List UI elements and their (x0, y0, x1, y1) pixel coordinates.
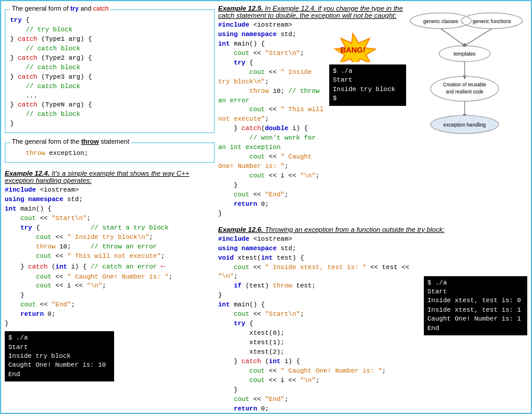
example-125-code: #include <iostream> using namespace std;… (218, 21, 325, 219)
svg-text:exception handling: exception handling (443, 122, 486, 128)
svg-line-5 (465, 29, 492, 46)
svg-text:templates: templates (453, 51, 475, 57)
example-126-section: Example 12.6. Throwing an exception from… (218, 226, 527, 414)
example-124-section: Example 12.4. It's a simple example that… (5, 170, 215, 381)
example-124-code: #include <iostream> using namespace std;… (5, 186, 215, 329)
example-124-title: Example 12.4. It's a simple example that… (5, 170, 215, 184)
box-label-throw: The general form of the throw statement (10, 138, 131, 145)
example-125-terminal: $ ./a Start Inside try block $ (329, 64, 406, 106)
svg-text:BANG!: BANG! (340, 46, 366, 54)
try-catch-form-box: The general form of try and catch try { … (5, 9, 215, 133)
right-panel: generic classes generic functions templa… (218, 5, 527, 414)
example-125-section: Example 12.5. In Example 12.4, if you ch… (218, 5, 406, 219)
example-125-title: Example 12.5. In Example 12.4, if you ch… (218, 5, 406, 19)
diagram-area: generic classes generic functions templa… (406, 8, 524, 144)
example-126-terminal: $ ./a Start Inside xtest, test is: 0 Ins… (424, 276, 527, 335)
example-126-code: #include <iostream> using namespace std;… (218, 235, 418, 414)
box-label-try-catch: The general form of try and catch (10, 5, 111, 12)
example-126-title: Example 12.6. Throwing an exception from… (218, 226, 527, 233)
svg-line-4 (441, 29, 465, 46)
svg-text:generic functions: generic functions (472, 18, 511, 24)
try-catch-code: try { // try block } catch (Type1 arg) {… (10, 16, 209, 129)
left-panel: The general form of try and catch try { … (5, 5, 215, 414)
main-container: The general form of try and catch try { … (1, 1, 531, 413)
content-area: The general form of try and catch try { … (1, 1, 531, 414)
svg-text:and resilient code: and resilient code (446, 89, 484, 95)
throw-form-box: The general form of the throw statement … (5, 143, 215, 163)
svg-text:Creation of reusable: Creation of reusable (443, 82, 486, 88)
throw-code: throw exception; (10, 149, 209, 159)
svg-text:generic classes: generic classes (423, 18, 458, 24)
diagram-svg: generic classes generic functions templa… (406, 8, 524, 144)
example-124-terminal: $ ./a Start Inside try block Caught One!… (5, 331, 114, 381)
bang-graphic: BANG! (329, 33, 377, 62)
example-125-right: BANG! $ ./a Start Inside try block $ (329, 33, 406, 106)
